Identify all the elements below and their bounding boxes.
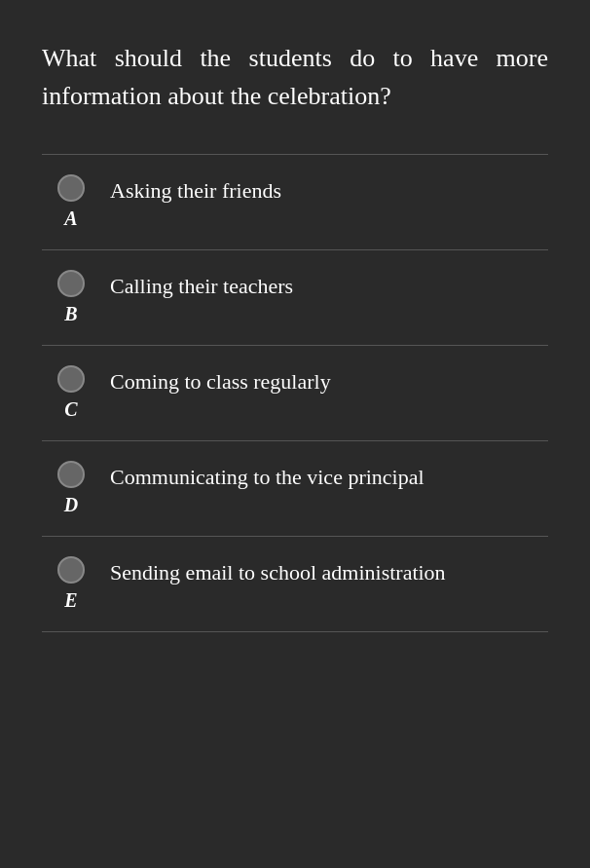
option-text-b: Calling their teachers — [110, 270, 538, 302]
option-left-b: B — [52, 270, 91, 325]
option-letter-b: B — [64, 303, 77, 325]
option-left-c: C — [52, 365, 91, 421]
radio-circle-c[interactable] — [57, 365, 85, 393]
option-left-a: A — [52, 174, 91, 230]
option-item-b[interactable]: BCalling their teachers — [42, 250, 548, 346]
option-item-e[interactable]: ESending email to school administration — [42, 537, 548, 632]
option-letter-e: E — [64, 589, 77, 612]
option-item-a[interactable]: AAsking their friends — [42, 155, 548, 250]
radio-circle-b[interactable] — [57, 270, 85, 297]
radio-circle-d[interactable] — [57, 461, 85, 488]
option-text-a: Asking their friends — [110, 174, 538, 207]
radio-circle-e[interactable] — [57, 556, 85, 584]
option-text-d: Communicating to the vice principal — [110, 461, 538, 493]
question-container: What should the students do to have more… — [22, 0, 568, 671]
option-text-e: Sending email to school administration — [110, 556, 538, 588]
option-text-c: Coming to class regularly — [110, 365, 538, 397]
question-text: What should the students do to have more… — [42, 39, 548, 115]
option-letter-d: D — [64, 494, 78, 516]
option-letter-c: C — [64, 398, 77, 421]
radio-circle-a[interactable] — [57, 174, 85, 202]
option-item-c[interactable]: CComing to class regularly — [42, 346, 548, 441]
options-list: AAsking their friendsBCalling their teac… — [42, 154, 548, 632]
option-item-d[interactable]: DCommunicating to the vice principal — [42, 441, 548, 537]
option-left-d: D — [52, 461, 91, 516]
option-letter-a: A — [64, 208, 77, 230]
option-left-e: E — [52, 556, 91, 612]
